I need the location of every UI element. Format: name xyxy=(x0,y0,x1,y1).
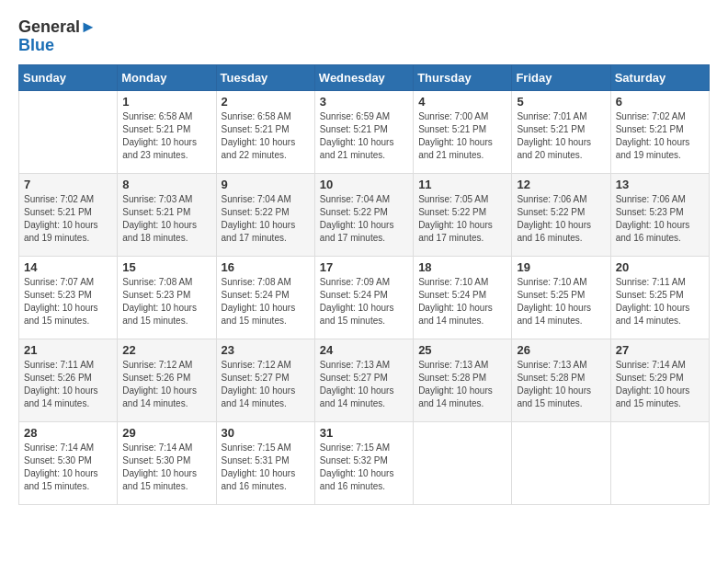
day-number: 9 xyxy=(222,178,310,191)
calendar-week-1: 7Sunrise: 7:02 AM Sunset: 5:21 PM Daylig… xyxy=(19,173,710,256)
calendar-cell: 4Sunrise: 7:00 AM Sunset: 5:21 PM Daylig… xyxy=(414,90,512,173)
day-number: 25 xyxy=(418,343,506,357)
day-info: Sunrise: 7:15 AM Sunset: 5:31 PM Dayligh… xyxy=(222,442,310,493)
day-number: 16 xyxy=(222,260,310,274)
weekday-header-thursday: Thursday xyxy=(414,64,512,90)
day-number: 21 xyxy=(24,343,112,357)
calendar-cell: 3Sunrise: 6:59 AM Sunset: 5:21 PM Daylig… xyxy=(314,90,413,173)
day-number: 23 xyxy=(222,343,310,357)
logo-line2: Blue xyxy=(18,37,97,55)
day-number: 20 xyxy=(616,260,704,274)
day-info: Sunrise: 7:06 AM Sunset: 5:23 PM Dayligh… xyxy=(616,193,704,245)
weekday-header-friday: Friday xyxy=(512,64,610,90)
calendar-cell: 21Sunrise: 7:11 AM Sunset: 5:26 PM Dayli… xyxy=(19,339,118,421)
day-info: Sunrise: 7:04 AM Sunset: 5:22 PM Dayligh… xyxy=(222,193,310,245)
day-number: 13 xyxy=(616,178,704,191)
day-info: Sunrise: 7:11 AM Sunset: 5:25 PM Dayligh… xyxy=(616,276,704,327)
day-number: 1 xyxy=(122,95,210,109)
calendar-cell: 13Sunrise: 7:06 AM Sunset: 5:23 PM Dayli… xyxy=(610,173,709,256)
calendar-cell: 10Sunrise: 7:04 AM Sunset: 5:22 PM Dayli… xyxy=(314,173,413,256)
day-number: 14 xyxy=(24,260,112,274)
day-number: 11 xyxy=(418,178,506,191)
day-number: 19 xyxy=(517,260,605,274)
day-info: Sunrise: 7:14 AM Sunset: 5:29 PM Dayligh… xyxy=(616,359,704,410)
day-number: 3 xyxy=(320,95,408,109)
day-info: Sunrise: 7:13 AM Sunset: 5:28 PM Dayligh… xyxy=(418,359,506,410)
day-info: Sunrise: 7:07 AM Sunset: 5:23 PM Dayligh… xyxy=(24,276,112,327)
day-info: Sunrise: 7:10 AM Sunset: 5:25 PM Dayligh… xyxy=(517,276,605,327)
day-number: 30 xyxy=(222,426,310,440)
weekday-header-monday: Monday xyxy=(118,64,216,90)
day-info: Sunrise: 6:59 AM Sunset: 5:21 PM Dayligh… xyxy=(320,110,408,162)
calendar-cell: 29Sunrise: 7:14 AM Sunset: 5:30 PM Dayli… xyxy=(118,421,216,504)
weekday-header-saturday: Saturday xyxy=(610,64,709,90)
weekday-header-sunday: Sunday xyxy=(19,64,118,90)
calendar-week-4: 28Sunrise: 7:14 AM Sunset: 5:30 PM Dayli… xyxy=(19,421,710,504)
calendar-header: SundayMondayTuesdayWednesdayThursdayFrid… xyxy=(19,64,710,90)
calendar-cell: 27Sunrise: 7:14 AM Sunset: 5:29 PM Dayli… xyxy=(610,339,709,421)
calendar-cell: 5Sunrise: 7:01 AM Sunset: 5:21 PM Daylig… xyxy=(512,90,610,173)
day-info: Sunrise: 7:11 AM Sunset: 5:26 PM Dayligh… xyxy=(24,359,112,410)
day-info: Sunrise: 7:13 AM Sunset: 5:28 PM Dayligh… xyxy=(517,359,605,410)
day-info: Sunrise: 7:12 AM Sunset: 5:26 PM Dayligh… xyxy=(122,359,210,410)
day-info: Sunrise: 7:01 AM Sunset: 5:21 PM Dayligh… xyxy=(517,110,605,162)
day-info: Sunrise: 7:15 AM Sunset: 5:32 PM Dayligh… xyxy=(320,442,408,493)
logo: General► Blue xyxy=(18,18,97,55)
calendar-cell: 1Sunrise: 6:58 AM Sunset: 5:21 PM Daylig… xyxy=(118,90,216,173)
calendar-cell: 26Sunrise: 7:13 AM Sunset: 5:28 PM Dayli… xyxy=(512,339,610,421)
day-number: 12 xyxy=(517,178,605,191)
day-info: Sunrise: 7:04 AM Sunset: 5:22 PM Dayligh… xyxy=(320,193,408,245)
day-number: 10 xyxy=(320,178,408,191)
day-info: Sunrise: 7:00 AM Sunset: 5:21 PM Dayligh… xyxy=(418,110,506,162)
day-info: Sunrise: 6:58 AM Sunset: 5:21 PM Dayligh… xyxy=(122,110,210,162)
day-info: Sunrise: 7:12 AM Sunset: 5:27 PM Dayligh… xyxy=(222,359,310,410)
calendar-table: SundayMondayTuesdayWednesdayThursdayFrid… xyxy=(18,64,710,505)
calendar-cell: 19Sunrise: 7:10 AM Sunset: 5:25 PM Dayli… xyxy=(512,256,610,339)
day-number: 17 xyxy=(320,260,408,274)
day-number: 4 xyxy=(418,95,506,109)
calendar-cell: 12Sunrise: 7:06 AM Sunset: 5:22 PM Dayli… xyxy=(512,173,610,256)
calendar-cell: 16Sunrise: 7:08 AM Sunset: 5:24 PM Dayli… xyxy=(216,256,314,339)
calendar-cell: 22Sunrise: 7:12 AM Sunset: 5:26 PM Dayli… xyxy=(118,339,216,421)
calendar-cell: 8Sunrise: 7:03 AM Sunset: 5:21 PM Daylig… xyxy=(118,173,216,256)
day-number: 5 xyxy=(517,95,605,109)
calendar-week-3: 21Sunrise: 7:11 AM Sunset: 5:26 PM Dayli… xyxy=(19,339,710,421)
day-info: Sunrise: 7:05 AM Sunset: 5:22 PM Dayligh… xyxy=(418,193,506,245)
calendar-cell: 2Sunrise: 6:58 AM Sunset: 5:21 PM Daylig… xyxy=(216,90,314,173)
calendar-week-0: 1Sunrise: 6:58 AM Sunset: 5:21 PM Daylig… xyxy=(19,90,710,173)
weekday-header-wednesday: Wednesday xyxy=(314,64,413,90)
calendar-cell xyxy=(512,421,610,504)
day-number: 28 xyxy=(24,426,112,440)
day-info: Sunrise: 7:02 AM Sunset: 5:21 PM Dayligh… xyxy=(24,193,112,245)
calendar-cell: 18Sunrise: 7:10 AM Sunset: 5:24 PM Dayli… xyxy=(414,256,512,339)
calendar-cell: 17Sunrise: 7:09 AM Sunset: 5:24 PM Dayli… xyxy=(314,256,413,339)
calendar-cell: 20Sunrise: 7:11 AM Sunset: 5:25 PM Dayli… xyxy=(610,256,709,339)
day-number: 18 xyxy=(418,260,506,274)
calendar-cell: 15Sunrise: 7:08 AM Sunset: 5:23 PM Dayli… xyxy=(118,256,216,339)
day-info: Sunrise: 7:06 AM Sunset: 5:22 PM Dayligh… xyxy=(517,193,605,245)
calendar-cell xyxy=(414,421,512,504)
weekday-row: SundayMondayTuesdayWednesdayThursdayFrid… xyxy=(19,64,710,90)
calendar-cell: 25Sunrise: 7:13 AM Sunset: 5:28 PM Dayli… xyxy=(414,339,512,421)
day-number: 27 xyxy=(616,343,704,357)
day-info: Sunrise: 7:14 AM Sunset: 5:30 PM Dayligh… xyxy=(122,442,210,493)
day-number: 8 xyxy=(122,178,210,191)
weekday-header-tuesday: Tuesday xyxy=(216,64,314,90)
day-info: Sunrise: 7:02 AM Sunset: 5:21 PM Dayligh… xyxy=(616,110,704,162)
day-info: Sunrise: 7:08 AM Sunset: 5:23 PM Dayligh… xyxy=(122,276,210,327)
day-info: Sunrise: 7:13 AM Sunset: 5:27 PM Dayligh… xyxy=(320,359,408,410)
calendar-body: 1Sunrise: 6:58 AM Sunset: 5:21 PM Daylig… xyxy=(19,90,710,504)
day-number: 6 xyxy=(616,95,704,109)
day-number: 15 xyxy=(122,260,210,274)
day-info: Sunrise: 7:09 AM Sunset: 5:24 PM Dayligh… xyxy=(320,276,408,327)
calendar-cell: 30Sunrise: 7:15 AM Sunset: 5:31 PM Dayli… xyxy=(216,421,314,504)
day-info: Sunrise: 7:03 AM Sunset: 5:21 PM Dayligh… xyxy=(122,193,210,245)
calendar-cell xyxy=(610,421,709,504)
day-number: 29 xyxy=(122,426,210,440)
calendar-cell: 23Sunrise: 7:12 AM Sunset: 5:27 PM Dayli… xyxy=(216,339,314,421)
day-info: Sunrise: 7:14 AM Sunset: 5:30 PM Dayligh… xyxy=(24,442,112,493)
calendar-cell: 6Sunrise: 7:02 AM Sunset: 5:21 PM Daylig… xyxy=(610,90,709,173)
calendar-cell: 7Sunrise: 7:02 AM Sunset: 5:21 PM Daylig… xyxy=(19,173,118,256)
logo-text: General► Blue xyxy=(18,18,97,55)
day-number: 22 xyxy=(122,343,210,357)
